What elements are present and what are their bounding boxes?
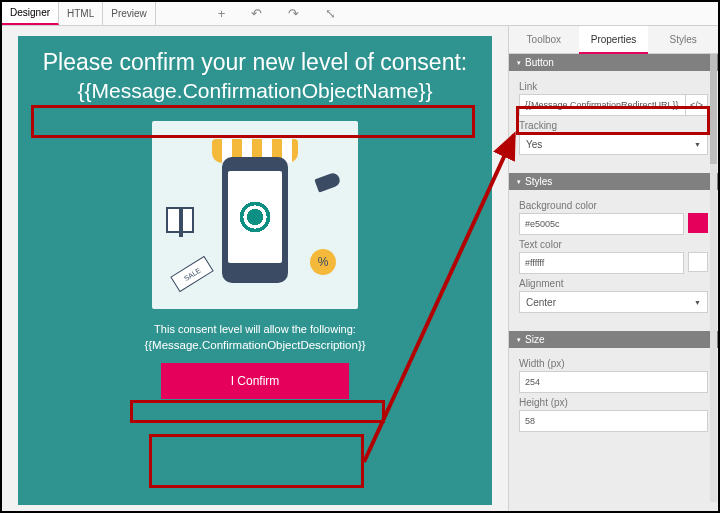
link-field-row: </> [519, 94, 708, 116]
textcolor-input[interactable] [519, 252, 684, 274]
link-label: Link [519, 81, 708, 92]
textcolor-label: Text color [519, 239, 708, 250]
phone-screen [228, 171, 282, 263]
chevron-down-icon: ▼ [694, 141, 701, 148]
design-canvas-wrap: Please confirm your new level of consent… [2, 26, 508, 511]
top-toolbar: Designer HTML Preview + ↶ ↷ ⤡ [2, 2, 718, 26]
section-button-title: Button [525, 57, 554, 68]
height-label: Height (px) [519, 397, 708, 408]
assist-edit-icon[interactable]: </> [686, 94, 708, 116]
properties-panel: Toolbox Properties Styles ▾Button Link <… [508, 26, 718, 511]
percent-coin-icon: % [310, 249, 336, 275]
undo-icon[interactable]: ↶ [251, 6, 262, 21]
collapse-icon: ▾ [517, 178, 521, 186]
section-size-header[interactable]: ▾Size [509, 331, 718, 348]
redo-icon[interactable]: ↷ [288, 6, 299, 21]
tab-toolbox[interactable]: Toolbox [509, 26, 579, 54]
tracking-label: Tracking [519, 120, 708, 131]
textcolor-row [519, 252, 708, 274]
mode-tabs: Designer HTML Preview [2, 2, 156, 25]
alignment-select[interactable]: Center ▼ [519, 291, 708, 313]
bgcolor-label: Background color [519, 200, 708, 211]
tab-designer[interactable]: Designer [2, 2, 59, 25]
consent-subtext: This consent level will allow the follow… [154, 323, 356, 335]
alignment-value: Center [526, 297, 556, 308]
target-icon [238, 200, 272, 234]
chevron-down-icon: ▼ [694, 299, 701, 306]
link-input[interactable] [519, 94, 686, 116]
confirmation-name-token[interactable]: {{Message.ConfirmationObjectName}} [78, 79, 433, 103]
scrollbar-thumb[interactable] [710, 54, 717, 164]
collapse-icon: ▾ [517, 336, 521, 344]
confirmation-description-token[interactable]: {{Message.ConfirmationObjectDescription}… [144, 339, 365, 351]
headline-text: Please confirm your new level of consent… [43, 48, 467, 77]
add-icon[interactable]: + [218, 6, 226, 21]
tab-styles[interactable]: Styles [648, 26, 718, 54]
alignment-label: Alignment [519, 278, 708, 289]
tab-html[interactable]: HTML [59, 2, 103, 25]
gift-icon [166, 207, 194, 233]
email-canvas[interactable]: Please confirm your new level of consent… [18, 36, 492, 505]
sale-tag-icon: SALE [170, 256, 213, 292]
confirm-button[interactable]: I Confirm [161, 363, 349, 399]
snap-icon[interactable]: ⤡ [325, 6, 336, 21]
width-label: Width (px) [519, 358, 708, 369]
section-styles-title: Styles [525, 176, 552, 187]
panel-scrollbar[interactable] [710, 54, 717, 502]
megaphone-icon [314, 171, 341, 192]
collapse-icon: ▾ [517, 59, 521, 67]
hero-illustration: % SALE [152, 121, 358, 309]
section-button-header[interactable]: ▾Button [509, 54, 718, 71]
width-input[interactable] [519, 371, 708, 393]
bgcolor-row [519, 213, 708, 235]
bgcolor-swatch[interactable] [688, 213, 708, 233]
tab-properties[interactable]: Properties [579, 26, 649, 54]
tracking-value: Yes [526, 139, 542, 150]
bgcolor-input[interactable] [519, 213, 684, 235]
section-styles-header[interactable]: ▾Styles [509, 173, 718, 190]
panel-tabs: Toolbox Properties Styles [509, 26, 718, 54]
textcolor-swatch[interactable] [688, 252, 708, 272]
section-size-title: Size [525, 334, 544, 345]
tracking-select[interactable]: Yes ▼ [519, 133, 708, 155]
height-input[interactable] [519, 410, 708, 432]
tab-preview[interactable]: Preview [103, 2, 156, 25]
